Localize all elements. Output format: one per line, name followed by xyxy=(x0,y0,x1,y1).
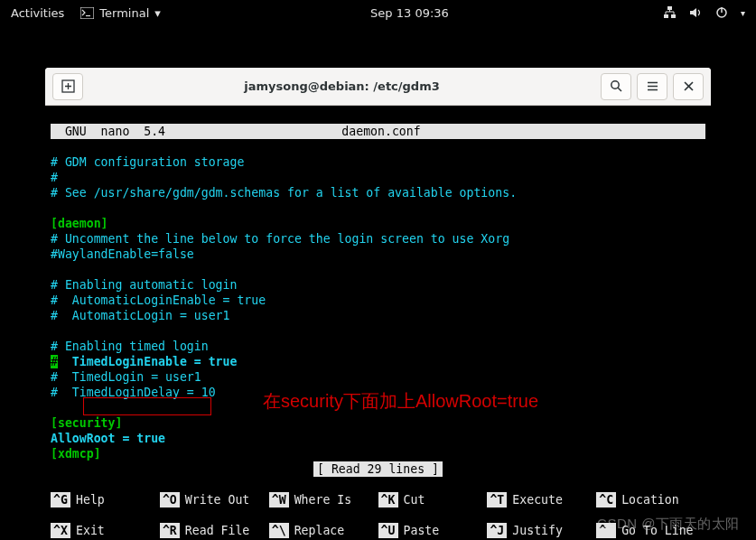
app-menu[interactable]: Terminal ▾ xyxy=(80,6,160,20)
nano-shortcuts-row1: ^GHelp ^OWrite Out ^WWhere Is ^KCut ^TEx… xyxy=(51,492,705,507)
nano-status: [ Read 29 lines ] xyxy=(51,461,705,477)
svg-line-11 xyxy=(618,88,621,91)
nano-line: # Uncomment the line below to force the … xyxy=(51,232,509,246)
nano-line: # TimedLoginEnable = true xyxy=(51,355,237,368)
gnome-topbar: Activities Terminal ▾ Sep 13 09:36 ▾ xyxy=(0,0,756,25)
nano-line: # GDM configuration storage xyxy=(51,155,244,169)
activities-button[interactable]: Activities xyxy=(11,6,64,20)
terminal-window: jamysong@debian: /etc/gdm3 GNU nano 5.4d… xyxy=(45,68,711,540)
shortcut-execute: ^TExecute xyxy=(487,492,596,507)
network-icon[interactable] xyxy=(663,6,677,19)
svg-rect-2 xyxy=(667,6,672,10)
nano-line: # See /usr/share/gdm/gdm.schemas for a l… xyxy=(51,186,517,200)
terminal-icon xyxy=(80,7,94,19)
nano-line: # TimedLoginDelay = 10 xyxy=(51,386,216,399)
svg-rect-3 xyxy=(664,14,668,18)
new-tab-button[interactable] xyxy=(52,73,83,100)
app-menu-label: Terminal xyxy=(99,6,149,20)
shortcut-paste: ^UPaste xyxy=(378,523,488,538)
shortcut-whereis: ^WWhere Is xyxy=(269,492,378,507)
shortcut-replace: ^\Replace xyxy=(269,523,378,538)
shortcut-readfile: ^RRead File xyxy=(160,523,269,538)
shortcut-justify: ^JJustify xyxy=(487,523,596,538)
nano-line xyxy=(51,401,58,414)
annotation-box xyxy=(83,397,211,415)
chevron-down-icon[interactable]: ▾ xyxy=(741,8,745,18)
shortcut-help: ^GHelp xyxy=(51,492,160,507)
nano-section-xdmcp: [xdmcp] xyxy=(51,447,101,461)
nano-line xyxy=(51,201,58,215)
terminal-content[interactable]: GNU nano 5.4daemon.conf # GDM configurat… xyxy=(45,106,711,540)
power-icon[interactable] xyxy=(715,6,728,19)
nano-line: #WaylandEnable=false xyxy=(51,247,194,261)
clock[interactable]: Sep 13 09:36 xyxy=(370,6,449,20)
nano-line: # Enabling timed login xyxy=(51,340,209,353)
nano-line: # TimedLogin = user1 xyxy=(51,370,201,384)
nano-section-security: [security] xyxy=(51,416,122,430)
close-window-button[interactable] xyxy=(673,73,704,100)
shortcut-cut: ^KCut xyxy=(378,492,488,507)
shortcut-exit: ^XExit xyxy=(51,523,160,538)
svg-point-10 xyxy=(611,81,618,88)
shortcut-writeout: ^OWrite Out xyxy=(160,492,269,507)
nano-line: # AutomaticLogin = user1 xyxy=(51,309,230,322)
watermark: CSDN @下雨天的太阳 xyxy=(597,516,740,533)
volume-icon[interactable] xyxy=(689,6,703,19)
nano-cursor: # xyxy=(51,355,58,368)
nano-line xyxy=(51,263,58,276)
window-title: jamysong@debian: /etc/gdm3 xyxy=(89,79,595,93)
nano-line: # Enabling automatic login xyxy=(51,278,237,292)
annotation-text: 在security下面加上AllowRoot=true xyxy=(263,394,538,409)
nano-line xyxy=(51,324,58,338)
svg-rect-4 xyxy=(671,14,676,18)
shortcut-location: ^CLocation xyxy=(596,492,705,507)
hamburger-menu-button[interactable] xyxy=(637,73,667,100)
nano-allowroot-line: AllowRoot = true xyxy=(51,432,165,445)
search-button[interactable] xyxy=(601,73,631,100)
nano-line: # xyxy=(51,171,58,184)
nano-line: # AutomaticLoginEnable = true xyxy=(51,293,266,307)
svg-rect-0 xyxy=(80,7,94,19)
window-titlebar: jamysong@debian: /etc/gdm3 xyxy=(45,68,711,106)
chevron-down-icon: ▾ xyxy=(154,6,161,20)
nano-section-daemon: [daemon] xyxy=(51,217,108,230)
nano-header: GNU nano 5.4daemon.conf xyxy=(51,124,705,139)
